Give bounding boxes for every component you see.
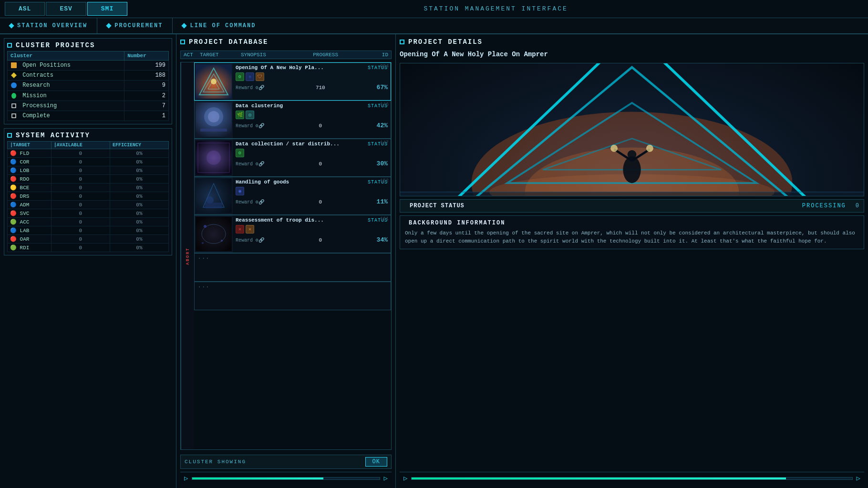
ok-button[interactable]: OK (365, 457, 387, 467)
project-thumb-2 (195, 101, 233, 138)
proj-icon-blue: ◉ (236, 187, 244, 195)
project-icons-2: 🌿 ◎ (236, 111, 388, 119)
col-synopsis: SYNOPSIS (241, 52, 288, 58)
project-row-1[interactable]: Opening Of A New Holy Pla... STATUS ⚙ ⚛ … (194, 62, 391, 101)
project-info-3: Data collection / star distrib... STATUS… (233, 139, 391, 176)
sys-col-efficiency: EFFICIENCY (110, 142, 168, 149)
system-row[interactable]: 🔴 FLD 0 0% (8, 149, 169, 158)
project-info-4: Handling of goods STATUS ◉ Reward ⚙🔗 0 1… (233, 177, 391, 214)
proj-icon-orange-x: ✕ (246, 225, 254, 234)
detail-image (400, 63, 864, 196)
projects-list: Opening Of A New Holy Pla... STATUS ⚙ ⚛ … (194, 62, 391, 449)
dot-menu-2[interactable]: ··· (195, 282, 212, 310)
svg-point-26 (202, 242, 204, 244)
top-bar: ASL ESV SMI STATION MANAGEMENT INTERFACE (0, 0, 868, 18)
system-row[interactable]: 🟡 BCE 0 0% (8, 183, 169, 192)
nav-label-station: STATION OVERVIEW (17, 22, 87, 29)
project-icons-5: ✕ ✕ (236, 225, 388, 234)
system-row[interactable]: 🔵 ADM 0 0% (8, 201, 169, 209)
nav-line-of-command[interactable]: LINE OF COMMAND (173, 18, 265, 33)
system-row[interactable]: 🔴 OAR 0 0% (8, 235, 169, 244)
detail-project-title: Opening Of A New Holy Place On Amprer (400, 51, 864, 58)
svg-point-2 (11, 82, 17, 88)
background-info-section: BACKGROUND INFORMATION Only a few days u… (400, 215, 864, 249)
system-table: |TARGET |AVAILABLE EFFICIENCY 🔴 FLD 0 0%… (7, 141, 169, 252)
diamond-icon (182, 23, 187, 28)
tab-asl[interactable]: ASL (5, 2, 45, 16)
svg-point-24 (204, 225, 207, 228)
system-row[interactable]: 🔴 RDO 0 0% (8, 175, 169, 183)
col-act: ACT (184, 52, 197, 58)
col-number: Number (124, 51, 169, 61)
db-header: ACT TARGET SYNOPSIS PROGRESS ID (180, 51, 392, 59)
col-target: TARGET (200, 52, 238, 58)
project-info-2: Data clustering STATUS 🌿 ◎ Reward ⚙🔗 0 4… (233, 101, 391, 138)
progress-fill-r (412, 478, 786, 479)
arrow-right-icon-r: ▷ (857, 474, 860, 482)
system-row[interactable]: 🟢 RDI 0 0% (8, 244, 169, 252)
svg-point-25 (221, 240, 223, 242)
title-square-icon (7, 43, 12, 48)
tab-esv[interactable]: ESV (46, 2, 86, 16)
project-row-empty-1: ··· (194, 253, 391, 282)
title-square-icon2 (7, 133, 12, 138)
details-title-icon (400, 40, 404, 44)
dot-menu-1[interactable]: ··· (195, 254, 212, 281)
abort-column: ABORT (181, 62, 194, 449)
svg-point-10 (211, 79, 217, 84)
project-icons-4: ◉ (236, 187, 388, 195)
svg-rect-21 (205, 203, 222, 208)
svg-point-17 (207, 151, 221, 165)
db-footer: CLUSTER SHOWING OK (180, 455, 392, 469)
left-panel: CLUSTER PROJETCS Cluster Number Open Pos… (0, 34, 176, 488)
system-row[interactable]: 🔵 LAB 0 0% (8, 226, 169, 235)
arrow-left-icon: ▷ (184, 474, 188, 482)
svg-rect-0 (11, 62, 17, 68)
table-row[interactable]: Processing 7 (8, 101, 169, 111)
progress-track-r (411, 477, 852, 480)
col-progress: PROGRESS (291, 52, 338, 58)
svg-rect-14 (200, 129, 227, 132)
system-row[interactable]: 🟢 ACC 0 0% (8, 218, 169, 226)
project-icons-3: ⚙ (236, 149, 388, 157)
arrow-right-icon: ▷ (384, 474, 388, 482)
system-row[interactable]: 🔵 LOB 0 0% (8, 166, 169, 175)
nav-station-overview[interactable]: STATION OVERVIEW (0, 18, 97, 33)
table-row[interactable]: Contracts 188 (8, 71, 169, 81)
project-details-title: PROJECT DETAILS (400, 38, 864, 46)
project-row-2[interactable]: Data clustering STATUS 🌿 ◎ Reward ⚙🔗 0 4… (194, 101, 391, 139)
table-row[interactable]: Open Positions 199 (8, 61, 169, 71)
arrow-left-icon-r: ▷ (403, 474, 407, 482)
middle-panel: PROJECT DATABASE ACT TARGET SYNOPSIS PRO… (176, 34, 396, 488)
tab-smi[interactable]: SMI (87, 2, 127, 16)
proj-icon-circle: ◎ (246, 111, 254, 119)
cluster-projects-section: CLUSTER PROJETCS Cluster Number Open Pos… (4, 38, 172, 124)
nav-label-procurement: PROCUREMENT (114, 22, 163, 29)
project-thumb-4 (195, 177, 233, 214)
nav-procurement[interactable]: PROCUREMENT (97, 18, 173, 33)
svg-point-49 (646, 145, 653, 152)
svg-point-3 (11, 93, 16, 99)
sys-col-target: |TARGET (8, 142, 52, 149)
table-row[interactable]: Research 9 (8, 81, 169, 91)
system-row[interactable]: 🔴 SVC 0 0% (8, 209, 169, 218)
table-row[interactable]: Complete 1 (8, 111, 169, 121)
cluster-projects-title: CLUSTER PROJETCS (7, 41, 169, 49)
nav-bar: STATION OVERVIEW PROCUREMENT LINE OF COM… (0, 18, 868, 34)
sys-col-available: |AVAILABLE (51, 142, 110, 149)
diamond-icon (9, 23, 14, 28)
project-row-5[interactable]: Reassessment of troop dis... STATUS ✕ ✕ … (194, 215, 391, 253)
project-row-empty-2: ··· (194, 282, 391, 310)
bg-text: Only a few days until the opening of the… (405, 229, 859, 245)
project-row-3[interactable]: Data collection / star distrib... STATUS… (194, 139, 391, 177)
system-row[interactable]: 🔵 COR 0 0% (8, 158, 169, 166)
proj-icon-atom: ⚛ (246, 72, 254, 81)
system-activity-section: SYSTEM ACTIVITY |TARGET |AVAILABLE EFFIC… (4, 128, 172, 255)
system-row[interactable]: 🔴 DRS 0 0% (8, 192, 169, 201)
project-info-1: Opening Of A New Holy Pla... STATUS ⚙ ⚛ … (233, 63, 391, 100)
project-row-4[interactable]: Handling of goods STATUS ◉ Reward ⚙🔗 0 1… (194, 177, 391, 215)
proj-icon-shield: 🛡 (256, 72, 264, 81)
table-row[interactable]: Mission 2 (8, 91, 169, 101)
right-panel: PROJECT DETAILS Opening Of A New Holy Pl… (396, 34, 868, 488)
progress-bar-bottom: ▷ ▷ (180, 472, 392, 484)
